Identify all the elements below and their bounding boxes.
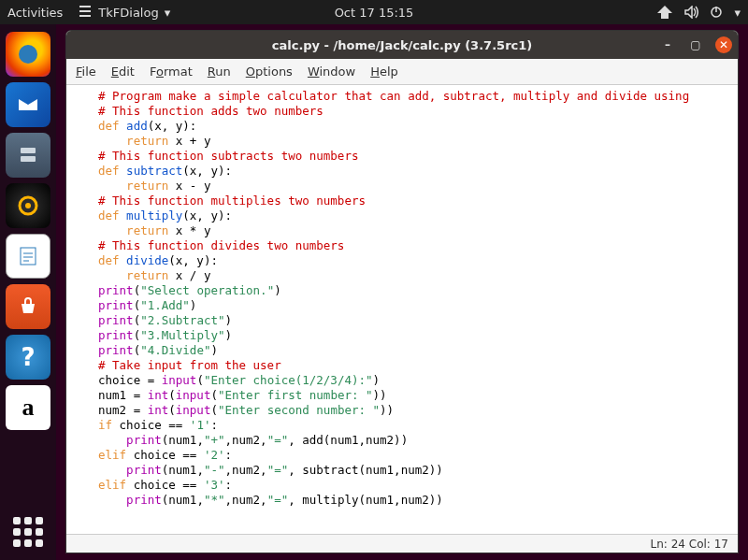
svg-rect-3	[21, 148, 36, 153]
network-icon[interactable]	[657, 6, 672, 19]
idle-window: calc.py - /home/Jack/calc.py (3.7.5rc1) …	[65, 30, 739, 553]
files-icon[interactable]	[6, 133, 50, 178]
menubar: File Edit Format Run Options Window Help	[66, 59, 738, 85]
dropdown-caret-icon: ▾	[165, 6, 171, 20]
svg-rect-4	[21, 156, 36, 162]
libreoffice-writer-icon[interactable]	[6, 234, 50, 279]
cursor-position: Ln: 24 Col: 17	[651, 538, 728, 551]
menu-options[interactable]: Options	[246, 65, 293, 79]
svg-point-2	[19, 45, 37, 64]
svg-point-6	[25, 203, 31, 208]
power-icon[interactable]	[710, 6, 723, 19]
rhythmbox-icon[interactable]	[6, 183, 50, 228]
thunderbird-icon[interactable]	[6, 82, 50, 127]
svg-rect-7	[21, 248, 36, 265]
statusbar: Ln: 24 Col: 17	[66, 534, 738, 553]
menu-format[interactable]: Format	[150, 65, 193, 79]
app-icon	[78, 6, 93, 19]
help-icon[interactable]: ?	[6, 335, 50, 380]
menu-window[interactable]: Window	[308, 65, 355, 79]
code-editor[interactable]: # Program make a simple calculator that …	[66, 85, 738, 534]
menu-help[interactable]: Help	[370, 65, 398, 79]
launcher-dock: ? a	[0, 24, 56, 560]
titlebar[interactable]: calc.py - /home/Jack/calc.py (3.7.5rc1) …	[66, 31, 738, 59]
amazon-icon[interactable]: a	[6, 385, 50, 430]
close-button[interactable]: ✕	[715, 36, 732, 53]
menu-run[interactable]: Run	[208, 65, 231, 79]
menu-edit[interactable]: Edit	[111, 65, 135, 79]
maximize-button[interactable]: ▢	[687, 36, 704, 53]
datetime-label[interactable]: Oct 17 15:15	[335, 6, 414, 20]
menu-file[interactable]: File	[76, 65, 96, 79]
current-app-indicator[interactable]: TkFDialog ▾	[78, 6, 170, 20]
gnome-topbar: Activities TkFDialog ▾ Oct 17 15:15 ▾	[0, 0, 748, 24]
software-center-icon[interactable]	[6, 284, 50, 329]
show-applications-button[interactable]	[9, 513, 47, 551]
activities-button[interactable]: Activities	[7, 6, 63, 20]
window-title: calc.py - /home/Jack/calc.py (3.7.5rc1)	[272, 38, 533, 52]
app-name-label: TkFDialog	[98, 6, 158, 20]
minimize-button[interactable]: –	[659, 36, 676, 53]
system-caret-icon[interactable]: ▾	[734, 6, 741, 20]
volume-icon[interactable]	[683, 6, 698, 19]
firefox-icon[interactable]	[6, 32, 50, 77]
